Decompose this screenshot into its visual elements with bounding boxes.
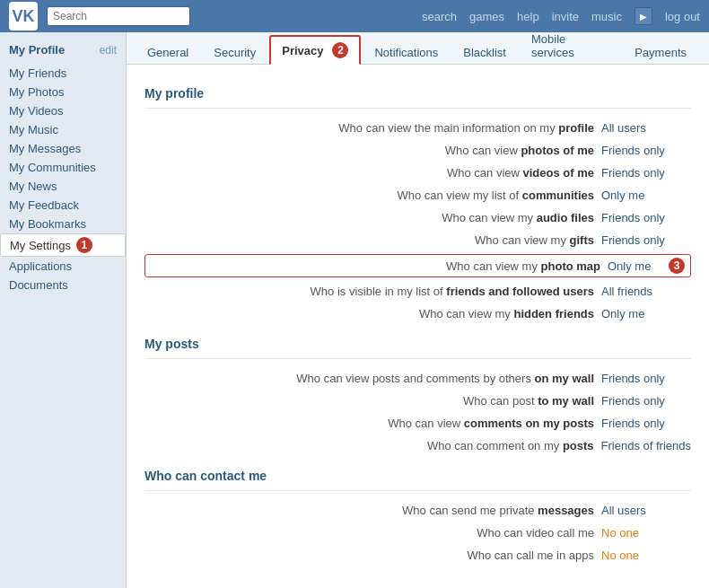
privacy-label-hidden-friends: Who can view my hidden friends <box>144 307 594 320</box>
nav-search[interactable]: search <box>422 10 457 23</box>
nav-games[interactable]: games <box>469 10 504 23</box>
privacy-content: My profile Who can view the main informa… <box>127 65 709 584</box>
privacy-value-communities[interactable]: Only me <box>601 189 691 202</box>
privacy-value-video-call[interactable]: No one <box>601 526 691 540</box>
sidebar-item-communities[interactable]: My Communities <box>0 158 126 177</box>
privacy-label-photomap: Who can view my photo map <box>151 259 600 273</box>
privacy-row-wall-posts: Who can view posts and comments by other… <box>144 370 691 387</box>
tab-blacklist[interactable]: Blacklist <box>451 39 518 65</box>
privacy-label-comment-on-posts: Who can comment on my posts <box>144 439 594 452</box>
privacy-label-audio: Who can view my audio files <box>144 211 594 224</box>
top-nav-links: search games help invite music ▶ log out <box>422 7 700 25</box>
sidebar-item-messages[interactable]: My Messages <box>0 139 126 158</box>
sidebar-item-applications[interactable]: Applications <box>0 257 126 276</box>
privacy-label-main-info: Who can view the main information on my … <box>144 121 594 135</box>
annotation-1: 1 <box>76 237 92 253</box>
privacy-row-photomap: Who can view my photo map Only me 3 <box>144 254 691 277</box>
privacy-value-app-call[interactable]: No one <box>601 549 691 562</box>
edit-profile-link[interactable]: edit <box>100 44 117 57</box>
privacy-value-friends-list[interactable]: All friends <box>601 285 691 298</box>
vk-logo: VK <box>9 2 38 31</box>
privacy-value-main-info[interactable]: All users <box>601 121 691 135</box>
tab-security[interactable]: Security <box>202 39 267 65</box>
privacy-row-comments: Who can view comments on my posts Friend… <box>144 415 691 432</box>
settings-tabs: General Security Privacy 2 Notifications… <box>127 32 709 65</box>
nav-help[interactable]: help <box>517 10 539 23</box>
sidebar: My Profile edit My Friends My Photos My … <box>0 32 126 588</box>
privacy-row-messages: Who can send me private messages All use… <box>144 502 691 519</box>
sidebar-settings-label: My Settings <box>10 239 71 252</box>
content-area: General Security Privacy 2 Notifications… <box>126 32 709 588</box>
annotation-2: 2 <box>332 42 348 58</box>
privacy-label-communities: Who can view my list of communities <box>144 189 594 202</box>
privacy-label-messages: Who can send me private messages <box>144 504 594 517</box>
privacy-value-hidden-friends[interactable]: Only me <box>601 307 691 320</box>
privacy-value-comments[interactable]: Friends only <box>601 417 691 430</box>
sidebar-profile: My Profile edit <box>0 39 126 64</box>
privacy-row-main-info: Who can view the main information on my … <box>144 119 691 136</box>
section-title-posts: My posts <box>144 337 691 351</box>
privacy-value-photomap[interactable]: Only me <box>608 259 661 273</box>
nav-invite[interactable]: invite <box>552 10 579 23</box>
privacy-value-wall-posts[interactable]: Friends only <box>601 372 691 385</box>
search-bar-container <box>47 6 190 26</box>
tab-privacy-label: Privacy <box>282 44 323 57</box>
privacy-value-videos[interactable]: Friends only <box>601 166 691 180</box>
privacy-value-comment-on-posts[interactable]: Friends of friends <box>601 439 691 452</box>
privacy-row-post-to-wall: Who can post to my wall Friends only <box>144 392 691 409</box>
sidebar-item-music[interactable]: My Music <box>0 120 126 139</box>
sidebar-item-feedback[interactable]: My Feedback <box>0 196 126 215</box>
privacy-value-photos[interactable]: Friends only <box>601 144 691 157</box>
tab-privacy[interactable]: Privacy 2 <box>269 35 361 65</box>
privacy-label-videos: Who can view videos of me <box>144 166 594 180</box>
privacy-row-photos: Who can view photos of me Friends only <box>144 142 691 159</box>
section-title-profile: My profile <box>144 86 691 101</box>
privacy-row-comment-on-posts: Who can comment on my posts Friends of f… <box>144 437 691 454</box>
privacy-label-comments: Who can view comments on my posts <box>144 417 594 430</box>
section-title-contact: Who can contact me <box>144 469 691 483</box>
privacy-row-gifts: Who can view my gifts Friends only <box>144 232 691 249</box>
privacy-row-videos: Who can view videos of me Friends only <box>144 164 691 181</box>
privacy-label-gifts: Who can view my gifts <box>144 233 594 247</box>
sidebar-item-documents[interactable]: Documents <box>0 276 126 294</box>
sidebar-item-settings[interactable]: My Settings 1 <box>0 233 126 257</box>
privacy-value-audio[interactable]: Friends only <box>601 211 691 224</box>
annotation-3: 3 <box>669 258 685 274</box>
tab-general[interactable]: General <box>136 39 200 65</box>
sidebar-item-photos[interactable]: My Photos <box>0 83 126 101</box>
sidebar-item-friends[interactable]: My Friends <box>0 64 126 83</box>
nav-logout[interactable]: log out <box>665 10 700 23</box>
privacy-row-communities: Who can view my list of communities Only… <box>144 187 691 204</box>
play-button[interactable]: ▶ <box>635 7 652 25</box>
nav-music[interactable]: music <box>591 10 622 23</box>
privacy-label-photos: Who can view photos of me <box>144 144 594 157</box>
privacy-value-post-to-wall[interactable]: Friends only <box>601 394 691 408</box>
privacy-label-video-call: Who can video call me <box>144 526 594 540</box>
privacy-label-app-call: Who can call me in apps <box>144 549 594 562</box>
tab-notifications[interactable]: Notifications <box>363 39 450 65</box>
tab-payments[interactable]: Payments <box>623 39 698 65</box>
privacy-label-friends-list: Who is visible in my list of friends and… <box>144 285 594 298</box>
privacy-value-messages[interactable]: All users <box>601 504 691 517</box>
privacy-row-video-call: Who can video call me No one <box>144 524 691 541</box>
privacy-row-friends-list: Who is visible in my list of friends and… <box>144 283 691 300</box>
tab-mobile[interactable]: Mobile services <box>520 26 621 65</box>
search-input[interactable] <box>53 10 184 22</box>
privacy-row-audio: Who can view my audio files Friends only <box>144 209 691 226</box>
privacy-value-gifts[interactable]: Friends only <box>601 233 691 247</box>
sidebar-item-videos[interactable]: My Videos <box>0 101 126 120</box>
profile-name[interactable]: My Profile <box>9 43 65 57</box>
privacy-label-wall-posts: Who can view posts and comments by other… <box>144 372 594 385</box>
sidebar-item-news[interactable]: My News <box>0 177 126 196</box>
privacy-row-hidden-friends: Who can view my hidden friends Only me <box>144 305 691 322</box>
privacy-row-app-call: Who can call me in apps No one <box>144 547 691 564</box>
sidebar-item-bookmarks[interactable]: My Bookmarks <box>0 215 126 233</box>
privacy-label-post-to-wall: Who can post to my wall <box>144 394 594 408</box>
